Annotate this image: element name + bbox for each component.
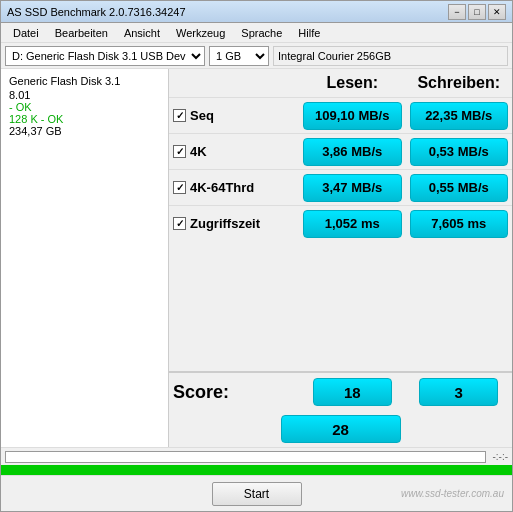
bench-header: Lesen: Schreiben:: [169, 69, 512, 97]
bench-row-4k: ✓ 4K 3,86 MB/s 0,53 MB/s: [169, 133, 512, 169]
bench-cell-access-read: 1,052 ms: [299, 207, 406, 241]
bench-value-4k-read: 3,86 MB/s: [303, 138, 402, 166]
window-title: AS SSD Benchmark 2.0.7316.34247: [7, 6, 186, 18]
bench-value-4k-write: 0,53 MB/s: [410, 138, 509, 166]
menu-datei[interactable]: Datei: [5, 25, 47, 41]
bench-cell-4k64-write: 0,55 MB/s: [406, 171, 513, 205]
device-name: Generic Flash Disk 3.1: [9, 75, 160, 87]
bench-col-read-header: Lesen:: [299, 74, 406, 92]
checkbox-4k64[interactable]: ✓: [173, 181, 186, 194]
device-capacity: 234,37 GB: [9, 125, 160, 137]
bench-cell-seq-read: 109,10 MB/s: [299, 99, 406, 133]
bench-cell-4k-write: 0,53 MB/s: [406, 135, 513, 169]
bench-value-4k64-read: 3,47 MB/s: [303, 174, 402, 202]
progress-time: -:-:-: [492, 451, 508, 462]
bench-label-seq: ✓ Seq: [169, 108, 299, 123]
device-status1: - OK: [9, 101, 160, 113]
bench-row-seq: ✓ Seq 109,10 MB/s 22,35 MB/s: [169, 97, 512, 133]
menu-hilfe[interactable]: Hilfe: [290, 25, 328, 41]
main-content: Generic Flash Disk 3.1 8.01 - OK 128 K -…: [1, 69, 512, 447]
close-button[interactable]: ✕: [488, 4, 506, 20]
bench-value-seq-read: 109,10 MB/s: [303, 102, 402, 130]
menu-werkzeug[interactable]: Werkzeug: [168, 25, 233, 41]
bench-row-access: ✓ Zugriffszeit 1,052 ms 7,605 ms: [169, 205, 512, 241]
drive-select[interactable]: D: Generic Flash Disk 3.1 USB Device: [5, 46, 205, 66]
score-cell-read: 18: [299, 375, 406, 409]
menu-sprache[interactable]: Sprache: [233, 25, 290, 41]
checkbox-4k[interactable]: ✓: [173, 145, 186, 158]
size-select[interactable]: 1 GB: [209, 46, 269, 66]
progress-area: -:-:-: [1, 447, 512, 465]
score-total-row: 28: [169, 411, 512, 447]
score-section: Score: 18 3 28: [169, 371, 512, 447]
bench-value-access-write: 7,605 ms: [410, 210, 509, 238]
bench-value-seq-write: 22,35 MB/s: [410, 102, 509, 130]
bench-row-4k64: ✓ 4K-64Thrd 3,47 MB/s 0,55 MB/s: [169, 169, 512, 205]
device-label: Integral Courier 256GB: [273, 46, 508, 66]
checkbox-access[interactable]: ✓: [173, 217, 186, 230]
title-bar: AS SSD Benchmark 2.0.7316.34247 − □ ✕: [1, 1, 512, 23]
bench-label-access: ✓ Zugriffszeit: [169, 216, 299, 231]
score-cell-write: 3: [406, 375, 513, 409]
device-status2: 128 K - OK: [9, 113, 160, 125]
main-window: AS SSD Benchmark 2.0.7316.34247 − □ ✕ Da…: [0, 0, 513, 512]
bench-value-access-read: 1,052 ms: [303, 210, 402, 238]
menu-bearbeiten[interactable]: Bearbeiten: [47, 25, 116, 41]
bench-cell-4k64-read: 3,47 MB/s: [299, 171, 406, 205]
menu-bar: Datei Bearbeiten Ansicht Werkzeug Sprach…: [1, 23, 512, 43]
title-bar-controls: − □ ✕: [448, 4, 506, 20]
menu-ansicht[interactable]: Ansicht: [116, 25, 168, 41]
score-value-read: 18: [313, 378, 392, 406]
watermark: www.ssd-tester.com.au: [401, 488, 504, 499]
bench-cell-seq-write: 22,35 MB/s: [406, 99, 513, 133]
checkbox-seq[interactable]: ✓: [173, 109, 186, 122]
score-row: Score: 18 3: [169, 373, 512, 411]
start-button[interactable]: Start: [212, 482, 302, 506]
bottom-bar: Start www.ssd-tester.com.au: [1, 475, 512, 511]
score-total-value: 28: [281, 415, 401, 443]
green-progress-bar: [1, 465, 512, 475]
bench-table: ✓ Seq 109,10 MB/s 22,35 MB/s ✓ 4K: [169, 97, 512, 371]
minimize-button[interactable]: −: [448, 4, 466, 20]
bench-label-4k: ✓ 4K: [169, 144, 299, 159]
toolbar: D: Generic Flash Disk 3.1 USB Device 1 G…: [1, 43, 512, 69]
score-label: Score:: [169, 382, 299, 403]
right-panel: Lesen: Schreiben: ✓ Seq 109,10 MB/s 22,3…: [169, 69, 512, 447]
progress-bar-track: [5, 451, 486, 463]
bench-cell-access-write: 7,605 ms: [406, 207, 513, 241]
bench-cell-4k-read: 3,86 MB/s: [299, 135, 406, 169]
maximize-button[interactable]: □: [468, 4, 486, 20]
bench-col-write-header: Schreiben:: [406, 74, 513, 92]
score-value-write: 3: [419, 378, 498, 406]
device-version: 8.01: [9, 89, 160, 101]
bench-value-4k64-write: 0,55 MB/s: [410, 174, 509, 202]
bench-label-4k64: ✓ 4K-64Thrd: [169, 180, 299, 195]
left-panel: Generic Flash Disk 3.1 8.01 - OK 128 K -…: [1, 69, 169, 447]
